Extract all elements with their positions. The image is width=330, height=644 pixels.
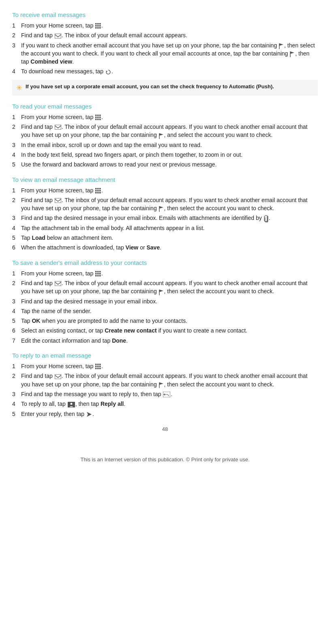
step-number: 1	[12, 21, 21, 30]
step-number: 4	[12, 224, 21, 232]
section-title-save-sender: To save a sender's email address to your…	[12, 259, 318, 266]
step-number: 3	[12, 390, 21, 398]
list-item: 2 Find and tap . The inbox of your defau…	[12, 196, 318, 213]
section-read: To read your email messages 1 From your …	[12, 103, 318, 169]
list-item: 6 When the attachment is downloaded, tap…	[12, 243, 318, 252]
list-item: 6 Select an existing contact, or tap Cre…	[12, 326, 318, 335]
step-number: 2	[12, 196, 21, 213]
step-content: Edit the contact information and tap Don…	[21, 337, 318, 345]
list-item: 4 In the body text field, spread two fin…	[12, 151, 318, 159]
list-attachment: 1 From your Home screen, tap . 2 Find an…	[12, 186, 318, 252]
step-content: Find and tap . The inbox of your default…	[21, 196, 318, 213]
list-item: 4 To download new messages, tap .	[12, 67, 318, 75]
section-reply: To reply to an email message 1 From your…	[12, 352, 318, 418]
list-item: 1 From your Home screen, tap .	[12, 113, 318, 121]
step-content: From your Home screen, tap .	[21, 113, 318, 121]
grid-icon	[95, 115, 101, 120]
list-item: 4 Tap the name of the sender.	[12, 307, 318, 315]
step-number: 4	[12, 151, 21, 159]
step-number: 3	[12, 297, 21, 305]
footer-text: This is an Internet version of this publ…	[12, 456, 318, 463]
list-item: 3 In the email inbox, scroll up or down …	[12, 141, 318, 149]
step-number: 5	[12, 410, 21, 418]
chevron-icon	[55, 281, 61, 286]
step-content: From your Home screen, tap .	[21, 362, 318, 370]
step-content: From your Home screen, tap .	[21, 186, 318, 194]
list-item: 5 Tap Load below an attachment item.	[12, 234, 318, 242]
step-number: 6	[12, 243, 21, 252]
list-item: 5 Tap OK when you are prompted to add th…	[12, 317, 318, 325]
step-content: Tap Load below an attachment item.	[21, 234, 318, 242]
section-title-attachment: To view an email message attachment	[12, 176, 318, 183]
list-save-sender: 1 From your Home screen, tap . 2 Find an…	[12, 269, 318, 345]
step-number: 3	[12, 214, 21, 222]
list-receive: 1 From your Home screen, tap . 2 Find an…	[12, 21, 318, 76]
step-number: 1	[12, 269, 21, 277]
grid-icon	[95, 364, 101, 369]
refresh-icon	[105, 69, 111, 75]
list-item: 2 Find and tap . The inbox of your defau…	[12, 279, 318, 296]
step-number: 5	[12, 234, 21, 242]
step-content: Find and tap the desired message in your…	[21, 297, 318, 305]
step-number: 2	[12, 123, 21, 139]
step-content: If you want to check another email accou…	[21, 41, 318, 66]
send-icon	[86, 412, 92, 417]
section-attachment: To view an email message attachment 1 Fr…	[12, 176, 318, 252]
flag-icon	[159, 205, 164, 212]
step-number: 5	[12, 160, 21, 168]
step-number: 1	[12, 186, 21, 194]
list-item: 3 Find and tap the desired message in yo…	[12, 297, 318, 305]
step-content: From your Home screen, tap .	[21, 269, 318, 277]
step-number: 5	[12, 317, 21, 325]
step-content: Enter your reply, then tap .	[21, 410, 318, 418]
grid-icon	[95, 188, 101, 194]
step-content: Find and tap . The inbox of your default…	[21, 123, 318, 139]
list-item: 4 To reply to all, tap , then tap Reply …	[12, 400, 318, 408]
step-content: Select an existing contact, or tap Creat…	[21, 326, 318, 335]
flag-icon	[159, 382, 164, 388]
step-content: Find and tap the desired message in your…	[21, 214, 318, 222]
section-title-reply: To reply to an email message	[12, 352, 318, 359]
list-item: 4 Tap the attachment tab in the email bo…	[12, 224, 318, 232]
tip-icon: ✳	[16, 83, 22, 92]
step-number: 2	[12, 372, 21, 388]
tip-box-receive: ✳ If you have set up a corporate email a…	[12, 80, 318, 96]
chevron-icon	[55, 374, 61, 379]
step-number: 1	[12, 362, 21, 370]
step-number: 3	[12, 41, 21, 66]
list-item: 5 Enter your reply, then tap .	[12, 410, 318, 418]
step-content: Use the forward and backward arrows to r…	[21, 160, 318, 168]
step-content: From your Home screen, tap .	[21, 21, 318, 30]
step-content: To reply to all, tap , then tap Reply al…	[21, 400, 318, 408]
section-receive: To receive email messages 1 From your Ho…	[12, 11, 318, 96]
step-content: In the body text field, spread two finge…	[21, 151, 318, 159]
list-item: 1 From your Home screen, tap .	[12, 362, 318, 370]
list-read: 1 From your Home screen, tap . 2 Find an…	[12, 113, 318, 169]
step-content: To download new messages, tap .	[21, 67, 318, 75]
list-item: 1 From your Home screen, tap .	[12, 186, 318, 194]
step-content: Find and tap . The inbox of your default…	[21, 279, 318, 296]
grid-icon	[95, 271, 101, 277]
step-content: Find and tap . The inbox of your default…	[21, 31, 318, 39]
paperclip-icon	[264, 215, 268, 222]
section-title-receive: To receive email messages	[12, 11, 318, 18]
list-item: 2 Find and tap . The inbox of your defau…	[12, 31, 318, 39]
flag-icon	[159, 289, 164, 295]
chevron-icon	[55, 198, 61, 203]
flag-icon	[159, 132, 164, 139]
section-title-read: To read your email messages	[12, 103, 318, 110]
list-item: 3 Find and tap the message you want to r…	[12, 390, 318, 398]
list-item: 2 Find and tap . The inbox of your defau…	[12, 372, 318, 388]
step-content: Tap the name of the sender.	[21, 307, 318, 315]
step-number: 4	[12, 400, 21, 408]
list-item: 2 Find and tap . The inbox of your defau…	[12, 123, 318, 139]
chevron-icon	[55, 125, 61, 130]
list-item: 7 Edit the contact information and tap D…	[12, 337, 318, 345]
list-item: 5 Use the forward and backward arrows to…	[12, 160, 318, 168]
reply-icon	[163, 392, 170, 397]
list-item: 3 If you want to check another email acc…	[12, 41, 318, 66]
step-number: 7	[12, 337, 21, 345]
section-save-sender: To save a sender's email address to your…	[12, 259, 318, 345]
step-number: 6	[12, 326, 21, 335]
step-number: 1	[12, 113, 21, 121]
